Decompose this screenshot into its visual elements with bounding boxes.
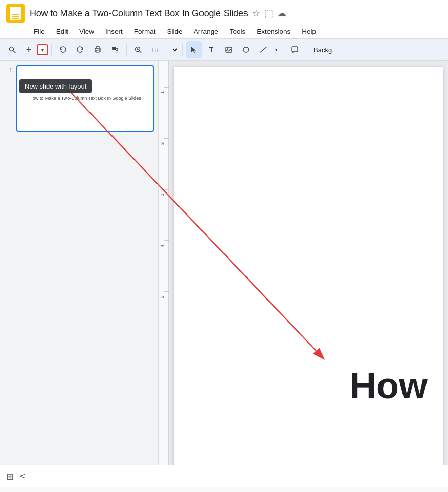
- svg-text:2: 2: [160, 142, 165, 145]
- shapes-button[interactable]: [238, 41, 254, 58]
- divider-1: [51, 44, 52, 56]
- zoom-in-button[interactable]: [130, 41, 146, 58]
- svg-marker-11: [191, 47, 196, 53]
- svg-text:3: 3: [160, 194, 165, 196]
- slide-thumbnail[interactable]: How to Make a Two-Column Text Box In Goo…: [16, 65, 154, 132]
- format-paint-button[interactable]: [107, 41, 123, 58]
- svg-text:4: 4: [160, 245, 165, 247]
- add-slide-button[interactable]: +: [21, 41, 36, 58]
- grid-view-icon[interactable]: ⊞: [6, 471, 14, 482]
- lines-button[interactable]: [255, 41, 272, 58]
- star-icon[interactable]: ☆: [252, 8, 260, 19]
- menu-insert[interactable]: Insert: [100, 26, 128, 37]
- divider-3: [182, 44, 183, 56]
- search-button[interactable]: [4, 41, 20, 58]
- new-slide-with-layout-button[interactable]: ▾: [37, 44, 48, 55]
- app-icon: [6, 4, 25, 23]
- svg-line-15: [260, 47, 266, 52]
- slide-number: 1: [4, 65, 12, 73]
- toolbar: + ▾: [0, 38, 448, 61]
- select-button[interactable]: [186, 41, 202, 58]
- svg-rect-16: [292, 47, 298, 52]
- menu-view[interactable]: View: [74, 26, 99, 37]
- slide-canvas[interactable]: How: [174, 67, 443, 465]
- collapse-panel-icon[interactable]: <: [20, 471, 26, 482]
- title-bar: How to Make a Two-Column Text Box In Goo…: [0, 0, 448, 25]
- redo-button[interactable]: [72, 41, 88, 58]
- zoom-select[interactable]: Fit 50% 75% 100% 125% 150%: [147, 45, 179, 55]
- svg-point-4: [99, 49, 99, 50]
- svg-rect-5: [112, 47, 116, 50]
- svg-text:5: 5: [160, 296, 165, 298]
- comment-button[interactable]: [286, 41, 303, 58]
- menu-edit[interactable]: Edit: [51, 26, 73, 37]
- cloud-icon[interactable]: ☁: [277, 8, 286, 19]
- divider-2: [126, 44, 127, 56]
- menu-slide[interactable]: Slide: [162, 26, 188, 37]
- menu-arrange[interactable]: Arrange: [189, 26, 223, 37]
- main-area: 1 How to Make a Two-Column Text Box In G…: [0, 61, 448, 465]
- svg-line-8: [140, 51, 142, 53]
- slide-thumbnail-row: 1 How to Make a Two-Column Text Box In G…: [4, 65, 154, 132]
- canvas-area: 1 1 2 3 4 5: [159, 61, 448, 465]
- svg-text:1: 1: [160, 91, 165, 94]
- menu-file[interactable]: File: [29, 26, 50, 37]
- doc-title-area: How to Make a Two-Column Text Box In Goo…: [30, 8, 442, 19]
- print-button[interactable]: [89, 41, 106, 58]
- lines-arrow-button[interactable]: ▾: [273, 41, 280, 58]
- menu-format[interactable]: Format: [129, 26, 161, 37]
- svg-point-14: [243, 47, 249, 52]
- doc-title[interactable]: How to Make a Two-Column Text Box In Goo…: [30, 8, 248, 19]
- menu-extensions[interactable]: Extensions: [252, 26, 296, 37]
- undo-button[interactable]: [55, 41, 71, 58]
- menu-tools[interactable]: Tools: [225, 26, 251, 37]
- svg-rect-3: [96, 50, 99, 52]
- text-button[interactable]: T: [203, 41, 219, 58]
- menu-bar: File Edit View Insert Format Slide Arran…: [0, 25, 448, 38]
- slide-panel: 1 How to Make a Two-Column Text Box In G…: [0, 61, 159, 465]
- image-button[interactable]: [220, 41, 237, 58]
- svg-line-1: [13, 51, 16, 53]
- svg-point-13: [227, 48, 228, 49]
- divider-5: [306, 44, 306, 56]
- ruler-left: 1 2 3 4 5: [159, 61, 169, 465]
- menu-help[interactable]: Help: [297, 26, 321, 37]
- divider-4: [283, 44, 283, 56]
- slide-title: How: [350, 365, 428, 407]
- folder-icon[interactable]: ⬚: [264, 8, 273, 19]
- bottom-bar: ⊞ <: [0, 465, 448, 487]
- slide-canvas-wrapper: 1 2 3 4 5 How: [159, 61, 448, 465]
- background-button[interactable]: Backg: [309, 44, 336, 56]
